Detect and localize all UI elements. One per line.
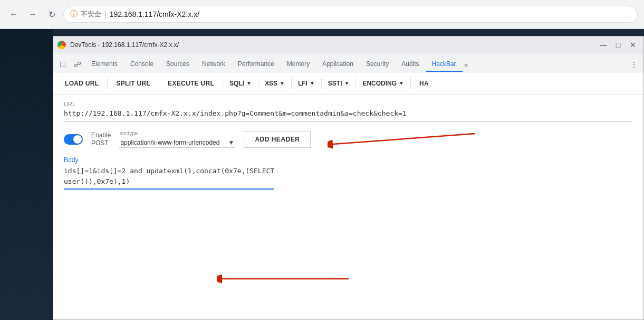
more-tabs-icon[interactable]: » bbox=[463, 58, 470, 72]
chrome-logo bbox=[57, 41, 66, 49]
tab-hackbar[interactable]: HackBar bbox=[426, 57, 463, 72]
minimize-button[interactable]: — bbox=[597, 39, 610, 51]
url-section: URL http://192.168.1.117/cmfx-X2.x.x/ind… bbox=[64, 101, 633, 122]
lfi-arrow: ▼ bbox=[310, 80, 315, 86]
device-icon[interactable]: ☍ bbox=[70, 57, 85, 72]
add-header-button[interactable]: ADD HEADER bbox=[244, 131, 311, 148]
body-value[interactable]: ids[]=1&ids[]=2 and updatexml(1,concat(0… bbox=[64, 166, 274, 190]
xss-arrow: ▼ bbox=[280, 80, 285, 86]
sep-8 bbox=[410, 78, 411, 89]
hash-button[interactable]: HA bbox=[412, 77, 436, 90]
sqli-arrow: ▼ bbox=[246, 80, 252, 86]
post-section: Enable POST enctype application/x-www-fo… bbox=[64, 130, 633, 148]
tab-console[interactable]: Console bbox=[124, 57, 160, 72]
dark-sidebar bbox=[0, 0, 53, 320]
tab-memory[interactable]: Memory bbox=[281, 57, 316, 72]
load-url-button[interactable]: LOAD URL bbox=[57, 77, 106, 90]
encoding-arrow: ▼ bbox=[399, 80, 404, 86]
tab-sources[interactable]: Sources bbox=[160, 57, 196, 72]
tab-security[interactable]: Security bbox=[360, 57, 395, 72]
tab-application[interactable]: Application bbox=[316, 57, 360, 72]
hackbar-toolbar: LOAD URL SPLIT URL EXECUTE URL SQLI ▼ XS… bbox=[53, 72, 643, 95]
devtools-window: DevTools - 192.168.1.117/cmfx-X2.x.x/ — … bbox=[53, 36, 644, 320]
ssti-button[interactable]: SSTI ▼ bbox=[323, 77, 355, 90]
enctype-section: enctype application/x-www-form-urlencode… bbox=[119, 130, 235, 148]
sep-3 bbox=[223, 78, 223, 89]
sep-2 bbox=[159, 78, 159, 89]
enable-post-label: Enable POST bbox=[91, 131, 111, 147]
body-red-arrow bbox=[217, 271, 349, 287]
enctype-wrapper: application/x-www-form-urlencoded ▼ bbox=[119, 137, 235, 148]
devtools-tabs: □ ☍ Elements Console Sources Network Per… bbox=[53, 53, 643, 72]
url-value[interactable]: http://192.168.1.117/cmfx-X2.x.x/index.p… bbox=[64, 109, 633, 117]
lfi-button[interactable]: LFI ▼ bbox=[293, 77, 320, 90]
encoding-button[interactable]: ENCODING ▼ bbox=[357, 77, 409, 90]
sqli-button[interactable]: SQLI ▼ bbox=[224, 77, 257, 90]
more-options-icon[interactable]: ⋮ bbox=[627, 57, 641, 72]
url-label: URL bbox=[64, 101, 633, 107]
body-section: Body ids[]=1&ids[]=2 and updatexml(1,con… bbox=[64, 156, 633, 190]
reload-button[interactable]: ↻ bbox=[44, 7, 59, 22]
body-arrow-container bbox=[217, 271, 349, 289]
tab-network[interactable]: Network bbox=[196, 57, 232, 72]
devtools-title: DevTools - 192.168.1.117/cmfx-X2.x.x/ bbox=[70, 41, 593, 49]
sep-6 bbox=[321, 78, 322, 89]
xss-button[interactable]: XSS ▼ bbox=[259, 77, 290, 90]
body-label: Body bbox=[64, 156, 633, 164]
inspect-icon[interactable]: □ bbox=[55, 57, 70, 72]
forward-button[interactable]: → bbox=[25, 7, 40, 22]
tab-elements[interactable]: Elements bbox=[85, 57, 124, 72]
enable-post-toggle[interactable] bbox=[64, 134, 83, 145]
split-url-button[interactable]: SPLIT URL bbox=[109, 77, 158, 90]
enctype-label: enctype bbox=[119, 130, 235, 136]
browser-url: 192.168.1.117/cmfx-X2.x.x/ bbox=[110, 10, 199, 18]
address-separator: | bbox=[104, 10, 107, 18]
sep-5 bbox=[291, 78, 292, 89]
insecure-label: 不安全 bbox=[81, 10, 101, 19]
sep-1 bbox=[107, 78, 108, 89]
browser-chrome: ← → ↻ ⓘ 不安全 | 192.168.1.117/cmfx-X2.x.x/ bbox=[0, 0, 644, 29]
insecure-icon: ⓘ bbox=[70, 10, 78, 19]
sep-4 bbox=[258, 78, 258, 89]
tab-performance[interactable]: Performance bbox=[232, 57, 281, 72]
sep-7 bbox=[355, 78, 356, 89]
ssti-arrow: ▼ bbox=[344, 80, 350, 86]
enctype-select[interactable]: application/x-www-form-urlencoded bbox=[119, 138, 235, 148]
devtools-titlebar: DevTools - 192.168.1.117/cmfx-X2.x.x/ — … bbox=[53, 36, 643, 53]
tab-audits[interactable]: Audits bbox=[395, 57, 425, 72]
hackbar-content: URL http://192.168.1.117/cmfx-X2.x.x/ind… bbox=[53, 95, 643, 319]
execute-url-button[interactable]: EXECUTE URL bbox=[160, 77, 222, 90]
back-button[interactable]: ← bbox=[6, 7, 21, 22]
maximize-button[interactable]: □ bbox=[612, 39, 624, 51]
close-button[interactable]: ✕ bbox=[627, 39, 639, 51]
titlebar-controls: — □ ✕ bbox=[597, 39, 639, 51]
address-bar: ⓘ 不安全 | 192.168.1.117/cmfx-X2.x.x/ bbox=[63, 6, 638, 23]
